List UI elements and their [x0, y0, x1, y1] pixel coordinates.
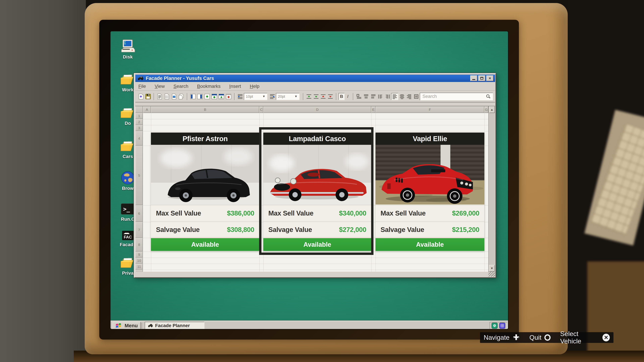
panel-red-icon[interactable] [225, 93, 232, 100]
corner-header-cell [135, 106, 143, 113]
justify-right-icon[interactable] [406, 93, 413, 100]
menu-insert[interactable]: Insert [229, 84, 241, 89]
availability-badge: Available [376, 237, 484, 251]
menu-view[interactable]: View [155, 84, 165, 89]
select-vehicle-label[interactable]: Select Vehicle [560, 330, 600, 345]
column-header-g: G [484, 106, 488, 113]
salvage-value: $215,200 [452, 226, 479, 233]
search-field[interactable] [420, 93, 493, 100]
facade-planner-window: Facade Planner - Yusufs Cars × File View [134, 73, 496, 278]
row-header-5: 5 [135, 146, 143, 205]
justify-full-icon[interactable] [412, 93, 420, 100]
desktop-icon-disk[interactable]: Disk [115, 39, 140, 60]
row-header-8: 8 [135, 238, 143, 252]
document-image-icon[interactable] [170, 93, 178, 100]
desk-edge [587, 261, 644, 362]
scroll-up-button[interactable]: ▲ [489, 106, 495, 113]
document-text-icon[interactable] [156, 93, 163, 100]
search-input[interactable] [422, 94, 486, 99]
dpad-icon [512, 334, 520, 341]
max-sell-value: $269,000 [452, 210, 479, 217]
minimize-button[interactable] [470, 75, 477, 81]
bold-button[interactable]: B [338, 93, 345, 100]
chevron-down-icon: ▼ [294, 95, 298, 98]
align-right-icon[interactable] [370, 93, 377, 100]
toolbar: 10pt ▼ 20pt ▼ [135, 91, 495, 102]
start-menu-button[interactable]: Menu [112, 322, 141, 330]
window-statusbar [135, 272, 495, 277]
panel-header-icon[interactable] [211, 93, 218, 100]
scroll-up-icon: ▲ [490, 108, 494, 111]
new-document-icon[interactable] [137, 93, 144, 100]
row-header-3: 3 [135, 125, 143, 131]
row-header-4: 4 [135, 131, 143, 146]
menu-file[interactable]: File [138, 84, 146, 89]
chevron-down-icon: ▼ [262, 95, 266, 98]
align-center-icon[interactable] [362, 93, 370, 100]
scroll-down-icon: ▼ [490, 267, 494, 270]
font-size-small-value: 10pt [246, 94, 253, 99]
row-header-6: 6 [135, 205, 143, 222]
minimize-icon [472, 79, 475, 80]
availability-badge: Available [151, 237, 259, 251]
justify-left-icon[interactable] [391, 93, 398, 100]
vertical-scrollbar[interactable]: ▲ ▼ [488, 106, 495, 272]
window-titlebar[interactable]: Facade Planner - Yusufs Cars × [135, 75, 495, 82]
panel-left-icon[interactable] [189, 93, 196, 100]
panel-header2-icon[interactable] [218, 93, 225, 100]
font-size-large-dropdown[interactable]: 20pt ▼ [276, 93, 300, 100]
maximize-icon [480, 77, 483, 80]
column-header-e: E [371, 106, 376, 113]
justify-center-icon[interactable] [398, 93, 406, 100]
vehicle-card-pfister-astron[interactable]: Pfister Astron [151, 133, 259, 251]
row-header-7: 7 [135, 222, 143, 238]
max-sell-label: Max Sell Value [156, 210, 201, 217]
close-button[interactable]: × [486, 75, 494, 81]
maximize-button[interactable] [478, 75, 485, 81]
menu-search[interactable]: Search [174, 84, 188, 89]
menu-bookmarks[interactable]: Bookmarks [197, 84, 220, 89]
save-icon[interactable] [144, 93, 152, 100]
max-sell-row: Max Sell Value $386,000 [151, 204, 259, 221]
line-spacing-icon[interactable] [237, 93, 244, 100]
vehicle-name: Vapid Ellie [376, 133, 484, 145]
menu-help[interactable]: Help [250, 84, 260, 89]
max-sell-label: Max Sell Value [380, 210, 426, 217]
x-button-icon: ✕ [602, 334, 610, 341]
copy-icon[interactable] [178, 93, 185, 100]
outdent-icon[interactable] [377, 93, 384, 100]
green-app-tray-icon[interactable] [492, 323, 498, 329]
scroll-down-button[interactable]: ▼ [489, 265, 495, 272]
panel-dot-icon[interactable] [204, 93, 211, 100]
bold-label: B [340, 94, 343, 99]
row-insert-icon[interactable] [306, 93, 312, 100]
menu-bar: File View Search Bookmarks Insert Help [135, 82, 495, 91]
max-sell-value: $386,000 [227, 210, 254, 217]
vehicle-card-vapid-ellie[interactable]: Vapid Ellie [376, 133, 484, 251]
salvage-label: Salvage Value [156, 226, 200, 233]
italic-button[interactable]: I [345, 93, 351, 100]
desktop-icon-label: Disk [115, 54, 140, 60]
align-left-icon[interactable] [355, 93, 362, 100]
font-size-large-value: 20pt [278, 94, 285, 99]
document-dashed-icon[interactable] [163, 93, 170, 100]
salvage-label: Salvage Value [380, 226, 424, 233]
row-header-11: 11 [135, 264, 143, 270]
room-wall [0, 0, 86, 362]
vapid-ellie-image [376, 145, 484, 204]
selection-frame [259, 127, 374, 255]
font-size-small-dropdown[interactable]: 10pt ▼ [244, 93, 268, 100]
task-facade-planner[interactable]: Facade Planner [145, 322, 204, 330]
resize-grip[interactable] [488, 272, 495, 277]
paragraph-spacing-icon[interactable] [269, 93, 276, 100]
indent-icon[interactable] [384, 93, 391, 100]
row-delete-icon[interactable] [312, 93, 320, 100]
navigate-label[interactable]: Navigate [484, 334, 510, 341]
col-insert-icon[interactable] [320, 93, 327, 100]
column-header-a: A [143, 106, 151, 113]
quit-label[interactable]: Quit [530, 334, 542, 341]
col-delete-icon[interactable] [327, 93, 334, 100]
spreadsheet: A B C D E F G 1 2 3 4 5 6 7 8 9 10 11 [135, 106, 495, 272]
purple-grid-tray-icon[interactable] [499, 323, 505, 329]
panel-right-icon[interactable] [196, 93, 204, 100]
